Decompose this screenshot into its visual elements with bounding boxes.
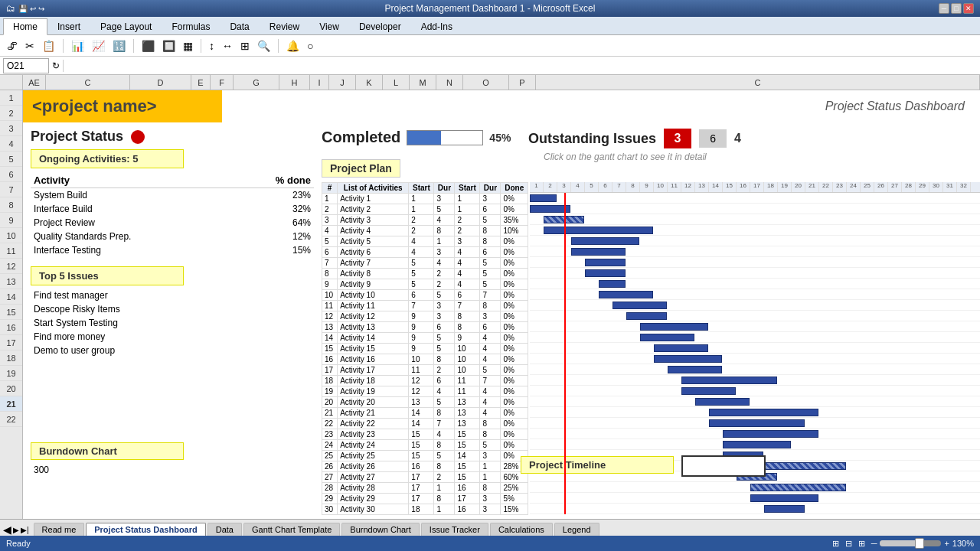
col-header-j[interactable]: J	[329, 75, 356, 90]
plan-row-num: 21	[322, 408, 338, 419]
col-header-g[interactable]: G	[234, 75, 279, 90]
col-header-c[interactable]: C	[46, 75, 130, 90]
toolbar-icon-6[interactable]: 🔢	[110, 38, 128, 54]
zoom-in-button[interactable]: +	[944, 539, 949, 548]
row-num-21: 21	[0, 396, 22, 412]
top5-issues-box: Top 5 Issues	[31, 266, 184, 285]
toolbar-icon-14[interactable]: 🔔	[284, 38, 302, 54]
plan-row-d1: 1	[434, 504, 455, 515]
sheet-tab-gantt-chart-template[interactable]: Gantt Chart Template	[243, 523, 340, 536]
gantt-col-header-10: 10	[654, 182, 668, 192]
col-header-k[interactable]: K	[356, 75, 383, 90]
gantt-today-line	[564, 193, 566, 514]
toolbar-icon-2[interactable]: ✂	[23, 38, 37, 54]
formula-input[interactable]	[67, 60, 977, 71]
plan-row-d1: 2	[434, 279, 455, 290]
sheet-tab-calculations[interactable]: Calculations	[490, 523, 553, 536]
plan-row-num: 17	[322, 365, 338, 376]
plan-activity-row: 20 Activity 20 13 5 13 4 0%	[322, 397, 528, 408]
plan-row-num: 24	[322, 440, 338, 451]
tab-data[interactable]: Data	[220, 18, 259, 34]
gantt-bar-row-12	[626, 312, 667, 320]
col-header-h[interactable]: H	[279, 75, 310, 90]
status-icon-1[interactable]: ⊞	[832, 539, 839, 549]
col-header-o[interactable]: O	[463, 75, 509, 90]
cell-reference-box[interactable]	[3, 58, 49, 73]
toolbar-icon-8[interactable]: 🔲	[160, 38, 178, 54]
toolbar-icon-11[interactable]: ↔	[220, 38, 235, 54]
col-header-n[interactable]: N	[436, 75, 463, 90]
col-header-e[interactable]: E	[191, 75, 211, 90]
plan-activity-row: 3 Activity 3 2 4 2 5 35%	[322, 215, 528, 226]
col-header-p[interactable]: P	[509, 75, 536, 90]
toolbar-icon-13[interactable]: 🔍	[255, 38, 273, 54]
status-icon-3[interactable]: ⊞	[858, 539, 865, 549]
tab-review[interactable]: Review	[260, 18, 309, 34]
gantt-row-bg-20	[530, 396, 980, 407]
gantt-bar-row-20	[695, 398, 750, 406]
plan-row-d1: 7	[434, 419, 455, 429]
tab-add-ins[interactable]: Add-Ins	[411, 18, 462, 34]
toolbar-icon-12[interactable]: ⊞	[238, 38, 252, 54]
status-icon-2[interactable]: ⊟	[845, 539, 852, 549]
ongoing-activities-box: Ongoing Activities: 5	[31, 149, 184, 168]
toolbar-icon-10[interactable]: ↕	[207, 38, 217, 54]
col-header-f[interactable]: F	[211, 75, 234, 90]
tab-page-layout[interactable]: Page Layout	[90, 18, 162, 34]
col-header-ae[interactable]: AE	[23, 75, 46, 90]
tab-view[interactable]: View	[309, 18, 349, 34]
sheet-tab-project-status-dashboard[interactable]: Project Status Dashboard	[86, 523, 205, 536]
plan-row-s2: 15	[455, 472, 480, 483]
close-button[interactable]: ✕	[963, 3, 974, 14]
gantt-bar-row-8	[585, 269, 626, 277]
toolbar-icon-4[interactable]: 📊	[69, 38, 87, 54]
plan-row-s2: 1	[455, 194, 480, 204]
sheet-next-icon[interactable]: ▶	[13, 526, 19, 534]
sheet-tab-burndown-chart[interactable]: Burndown Chart	[341, 523, 420, 536]
sheet-tab-legend[interactable]: Legend	[554, 523, 599, 536]
sheet-tab-read-me[interactable]: Read me	[34, 523, 85, 536]
plan-row-d2: 4	[480, 354, 501, 365]
gantt-col-header-31: 31	[943, 182, 957, 192]
zoom-handle[interactable]	[915, 538, 924, 549]
toolbar-icon-7[interactable]: ⬛	[139, 38, 157, 54]
tab-formulas[interactable]: Formulas	[162, 18, 220, 34]
formula-refresh-icon[interactable]: ↻	[52, 60, 60, 71]
col-header-i[interactable]: I	[310, 75, 329, 90]
plan-col-d2: Dur	[480, 183, 501, 194]
toolbar-icon-15[interactable]: ○	[305, 38, 315, 54]
tab-developer[interactable]: Developer	[349, 18, 411, 34]
sheet-end-icon[interactable]: ▶|	[21, 526, 29, 534]
sheet-tab-data[interactable]: Data	[207, 523, 242, 536]
sheet-tab-issue-tracker[interactable]: Issue Tracker	[421, 523, 488, 536]
col-header-rest[interactable]: C	[536, 75, 980, 90]
tab-insert[interactable]: Insert	[47, 18, 90, 34]
project-name-cell[interactable]: <project name>	[23, 90, 222, 122]
plan-activity-row: 11 Activity 11 7 3 7 8 0%	[322, 301, 528, 311]
zoom-out-button[interactable]: ─	[871, 539, 877, 548]
gantt-row-bg-10	[530, 289, 980, 300]
toolbar-icon-5[interactable]: 📈	[90, 38, 107, 54]
tab-home[interactable]: Home	[3, 18, 47, 35]
sheet-prev-icon[interactable]: ◀	[3, 523, 11, 536]
plan-row-s2: 16	[455, 483, 480, 494]
toolbar-icon-9[interactable]: ▦	[181, 38, 195, 54]
maximize-button[interactable]: □	[951, 3, 962, 14]
activity-pct: 32%	[233, 202, 314, 216]
sheet-nav-icons: ◀ ▶ ▶|	[3, 523, 29, 536]
plan-row-d1: 5	[434, 397, 455, 408]
toolbar-icon-3[interactable]: 📋	[40, 38, 57, 54]
outstanding-issues-badge-red: 3	[664, 129, 691, 148]
minimize-button[interactable]: ─	[939, 3, 949, 14]
zoom-slider[interactable]	[880, 540, 941, 546]
col-header-d[interactable]: D	[130, 75, 191, 90]
plan-activity-row: 2 Activity 2 1 5 1 6 0%	[322, 204, 528, 215]
plan-row-s1: 16	[409, 461, 434, 472]
toolbar-icon-1[interactable]: 🖇	[5, 38, 20, 54]
col-header-l[interactable]: L	[383, 75, 410, 90]
col-header-m[interactable]: M	[410, 75, 436, 90]
gantt-bar-row-16	[654, 355, 722, 363]
plan-row-d1: 5	[434, 344, 455, 354]
activity-name: Interface Build	[31, 202, 233, 216]
timeline-selection-box[interactable]	[681, 455, 766, 477]
